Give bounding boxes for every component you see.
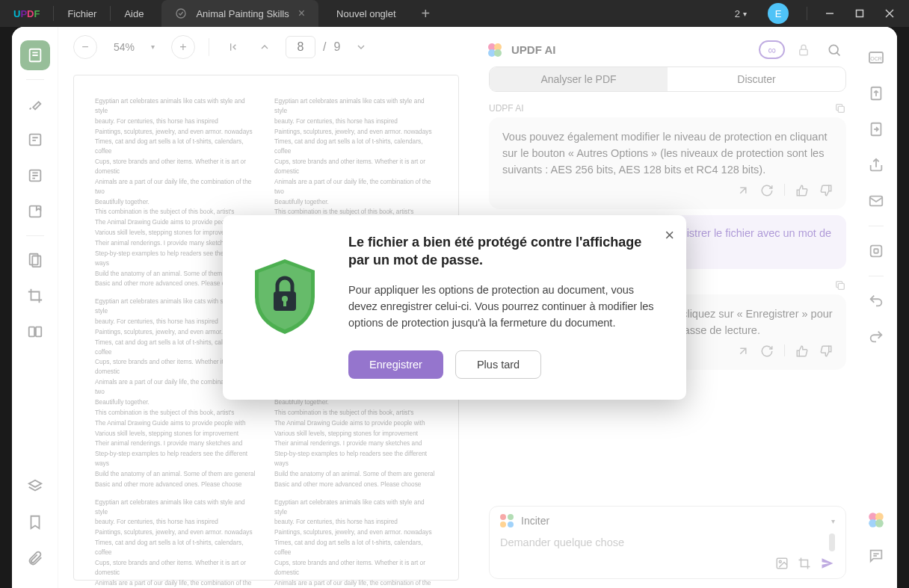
svg-point-0 bbox=[176, 9, 185, 18]
user-avatar[interactable]: E bbox=[768, 3, 789, 24]
tab-close-icon[interactable]: × bbox=[298, 7, 305, 20]
close-window-button[interactable] bbox=[876, 3, 903, 24]
tab-active[interactable]: Animal Painting Skills × bbox=[161, 0, 318, 27]
modal-close-button[interactable]: × bbox=[665, 226, 674, 245]
tab-title: Nouvel onglet bbox=[336, 8, 396, 19]
new-tab-button[interactable]: + bbox=[410, 5, 443, 22]
app-body: − 54% + / 9 Egyptian art celebrates anim… bbox=[12, 27, 897, 588]
chevron-down-icon: ▾ bbox=[743, 10, 747, 18]
modal-overlay: × Le fichier a bien été protégé contre l… bbox=[12, 27, 897, 588]
minimize-button[interactable] bbox=[816, 3, 843, 24]
menu-file[interactable]: Fichier bbox=[54, 8, 110, 19]
maximize-button[interactable] bbox=[846, 3, 873, 24]
modal-dialog: × Le fichier a bien été protégé contre l… bbox=[223, 215, 686, 400]
modal-text: Pour appliquer les options de protection… bbox=[348, 282, 665, 331]
tab-title: Animal Painting Skills bbox=[196, 8, 289, 19]
tab-strip: Animal Painting Skills × Nouvel onglet + bbox=[157, 0, 725, 27]
titlebar: UPDF Fichier Aide Animal Painting Skills… bbox=[0, 0, 909, 27]
pencil-icon bbox=[175, 7, 187, 19]
modal-title: Le fichier a bien été protégé contre l'a… bbox=[348, 233, 665, 270]
save-button[interactable]: Enregistrer bbox=[348, 350, 443, 379]
svg-rect-2 bbox=[857, 10, 863, 17]
tab-count[interactable]: 2 ▾ bbox=[726, 8, 756, 19]
app-logo: UPDF bbox=[0, 8, 53, 19]
menu-help[interactable]: Aide bbox=[111, 8, 157, 19]
tab-inactive[interactable]: Nouvel onglet bbox=[323, 0, 410, 27]
later-button[interactable]: Plus tard bbox=[455, 350, 541, 379]
shield-lock-icon bbox=[244, 256, 326, 338]
svg-rect-47 bbox=[283, 300, 286, 306]
